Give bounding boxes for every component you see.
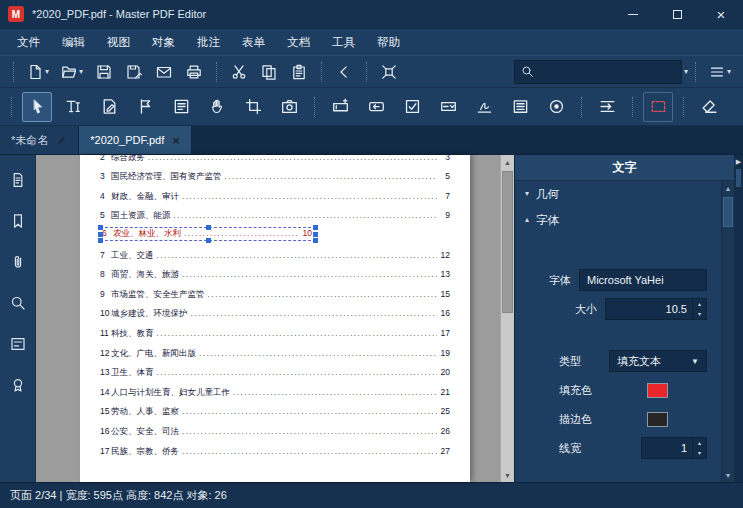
save-as-button[interactable] <box>121 59 147 85</box>
menu-item-5[interactable]: 批注 <box>186 31 231 54</box>
edit-document-button[interactable] <box>94 92 124 122</box>
radio-button-button[interactable] <box>541 92 571 122</box>
email-button[interactable] <box>151 59 177 85</box>
toc-line[interactable]: 4财政、金融、审计7 <box>100 185 450 205</box>
sidebar-panel-pages-button[interactable] <box>5 167 31 193</box>
highlight-area-button[interactable] <box>643 92 673 122</box>
toc-line[interactable]: 7工业、交通12 <box>100 244 450 264</box>
toc-line[interactable]: 9市场监管、安全生产监管15 <box>100 283 450 303</box>
stepper-down-icon[interactable]: ▾ <box>693 309 706 319</box>
toc-line[interactable]: 17民族、宗教、侨务27 <box>100 440 450 460</box>
font-family-select[interactable]: Microsoft YaHei <box>579 269 707 291</box>
close-icon[interactable]: × <box>172 134 180 147</box>
toc-line[interactable]: 10城乡建设、环境保护16 <box>100 303 450 323</box>
menu-item-4[interactable]: 对象 <box>141 31 186 54</box>
close-button[interactable]: × <box>699 0 743 28</box>
toc-line[interactable]: 11科技、教育17 <box>100 322 450 342</box>
line-width-stepper[interactable]: 1 ▴▾ <box>641 437 707 459</box>
new-document-button[interactable]: ▾ <box>23 59 53 85</box>
panel-scrollbar[interactable]: ▲ ▼ <box>721 181 734 482</box>
toc-line[interactable]: 16公安、安全、司法26 <box>100 420 450 440</box>
tab-2[interactable]: *2020_PDF.pdf× <box>79 126 192 154</box>
crop-button[interactable] <box>238 92 268 122</box>
toc-line[interactable]: 8商贸、海关、旅游13 <box>100 264 450 284</box>
signature-field-button[interactable] <box>469 92 499 122</box>
edit-icon[interactable] <box>56 135 67 146</box>
edit-text-button[interactable] <box>58 92 88 122</box>
menu-item-6[interactable]: 表单 <box>231 31 276 54</box>
selection-handle[interactable] <box>98 238 103 243</box>
section-2[interactable]: ▴字体 <box>515 207 721 233</box>
scroll-down-icon[interactable]: ▼ <box>501 468 514 482</box>
toc-line[interactable]: 3国民经济管理、国有资产监管5 <box>100 166 450 186</box>
push-button-button[interactable] <box>361 92 391 122</box>
menu-item-1[interactable]: 文件 <box>6 31 51 54</box>
stroke-color-swatch[interactable] <box>647 412 668 427</box>
stepper-arrows[interactable]: ▴▾ <box>692 438 706 458</box>
eraser-button[interactable] <box>694 92 724 122</box>
minimize-button[interactable] <box>611 0 655 28</box>
selection-handle[interactable] <box>313 238 318 243</box>
stepper-arrows[interactable]: ▴▾ <box>692 299 706 319</box>
font-size-stepper[interactable]: 10.5 ▴▾ <box>605 298 707 320</box>
check-box-button[interactable] <box>397 92 427 122</box>
sidebar-panel-attachments-button[interactable] <box>5 249 31 275</box>
toc-line[interactable]: 13卫生、体育20 <box>100 362 450 382</box>
combo-box-button[interactable] <box>433 92 463 122</box>
sidebar-panel-search-button[interactable] <box>5 290 31 316</box>
list-box-button[interactable] <box>505 92 535 122</box>
section-1[interactable]: ▾几何 <box>515 181 721 207</box>
selection-handle[interactable] <box>98 225 103 230</box>
sidebar-panel-form-fields-button[interactable] <box>5 331 31 357</box>
search-input[interactable] <box>540 66 675 78</box>
toc-line[interactable]: 6农业、林业、水利10 <box>100 224 450 244</box>
stepper-up-icon[interactable]: ▴ <box>693 299 706 309</box>
sidebar-panel-signatures-button[interactable] <box>5 372 31 398</box>
fill-color-swatch[interactable] <box>647 383 668 398</box>
document-viewer[interactable]: 2综合政务33国民经济管理、国有资产监管54财政、金融、审计75国土资源、能源9… <box>36 155 514 482</box>
cut-button[interactable] <box>226 59 252 85</box>
selection-handle[interactable] <box>313 232 318 237</box>
menu-item-7[interactable]: 文档 <box>276 31 321 54</box>
search-box[interactable] <box>514 60 682 84</box>
arrange-button[interactable] <box>592 92 622 122</box>
menu-item-9[interactable]: 帮助 <box>366 31 411 54</box>
toc-line[interactable]: 14人口与计划生育、妇女儿童工作21 <box>100 381 450 401</box>
open-folder-button[interactable]: ▾ <box>57 59 87 85</box>
panel-scroll-up-icon[interactable]: ▲ <box>722 181 734 195</box>
edge-scroll-thumb[interactable] <box>736 169 741 187</box>
edit-forms-button[interactable] <box>166 92 196 122</box>
stepper-down-icon[interactable]: ▾ <box>693 448 706 458</box>
print-button[interactable] <box>181 59 207 85</box>
search-dropdown-caret-icon[interactable]: ▾ <box>684 68 688 76</box>
scroll-thumb[interactable] <box>502 171 513 313</box>
back-button[interactable] <box>331 59 357 85</box>
selection-handle[interactable] <box>313 225 318 230</box>
sidebar-panel-bookmarks-button[interactable] <box>5 208 31 234</box>
selection-handle[interactable] <box>98 232 103 237</box>
menu-item-8[interactable]: 工具 <box>321 31 366 54</box>
main-menu-button[interactable]: ▾ <box>705 59 735 85</box>
scroll-track[interactable] <box>501 169 514 468</box>
selection-handle[interactable] <box>206 238 211 243</box>
toc-line[interactable]: 15劳动、人事、监察25 <box>100 401 450 421</box>
hand-tool-button[interactable] <box>202 92 232 122</box>
toc-line[interactable]: 2综合政务3 <box>100 155 450 166</box>
text-field-button[interactable] <box>325 92 355 122</box>
paste-button[interactable] <box>286 59 312 85</box>
selected-text-object[interactable]: 6农业、林业、水利10 <box>100 227 316 241</box>
maximize-button[interactable] <box>655 0 699 28</box>
menu-item-2[interactable]: 编辑 <box>51 31 96 54</box>
panel-scroll-down-icon[interactable]: ▼ <box>722 468 734 482</box>
stepper-up-icon[interactable]: ▴ <box>693 438 706 448</box>
snapshot-button[interactable] <box>274 92 304 122</box>
collapse-panel-icon[interactable]: ▶ <box>736 158 741 165</box>
pdf-page[interactable]: 2综合政务33国民经济管理、国有资产监管54财政、金融、审计75国土资源、能源9… <box>80 155 470 482</box>
menu-item-3[interactable]: 视图 <box>96 31 141 54</box>
select-arrow-button[interactable] <box>22 92 52 122</box>
toc-line[interactable]: 5国土资源、能源9 <box>100 205 450 225</box>
panel-scroll-track[interactable] <box>722 195 734 468</box>
viewer-scrollbar[interactable]: ▲ ▼ <box>500 155 514 482</box>
fit-page-button[interactable] <box>376 59 402 85</box>
tab-1[interactable]: *未命名 <box>0 126 79 154</box>
